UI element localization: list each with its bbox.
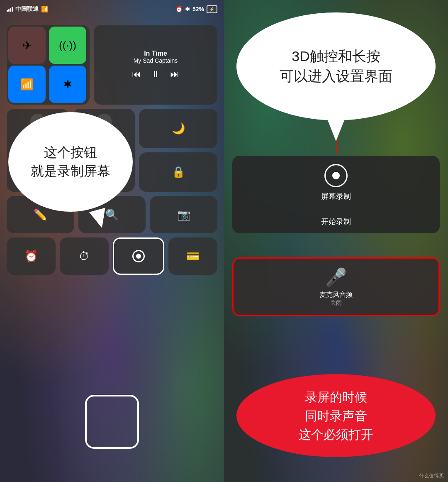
screen-record-label: 屏幕录制 [321, 191, 351, 201]
battery-icon: ⚡ [207, 5, 217, 13]
playback-controls: ⏮ ⏸ ⏭ [100, 69, 211, 80]
screen-record-button[interactable] [113, 237, 164, 275]
last-row: ⏰ ⏱ 💳 [7, 237, 217, 275]
timer-button[interactable]: ⏱ [60, 237, 109, 275]
status-bar: 中国联通 📶 ⏰ ✱ 52% ⚡ [0, 0, 224, 18]
wallet-button[interactable]: 💳 [168, 237, 217, 275]
cellular-icon: ((·)) [59, 39, 76, 52]
screen-record-start-button[interactable]: 开始录制 [232, 210, 440, 233]
bluetooth-icon: ✱ [185, 6, 190, 12]
signal-bar-3 [10, 8, 11, 12]
camera-icon: 📷 [177, 208, 190, 221]
notes-icon: ✏️ [34, 208, 47, 221]
track-title: In Time [100, 50, 211, 57]
watermark: 什么值得买 [419, 472, 444, 480]
speech-bubble-left: 这个按钮 就是录制屏幕 [8, 112, 133, 212]
status-right: ⏰ ✱ 52% ⚡ [175, 5, 217, 13]
screen-record-card-icon [324, 164, 348, 187]
signal-bars-icon [7, 7, 13, 12]
signal-bar-2 [8, 9, 10, 12]
mic-icon: 🎤 [325, 267, 347, 287]
circle-highlight [85, 395, 139, 449]
camera-button[interactable]: 📷 [150, 196, 217, 233]
airplane-icon: ✈ [22, 39, 32, 52]
wallet-icon: 💳 [186, 250, 200, 263]
wifi-button[interactable]: 📶 [8, 66, 46, 103]
battery-label: 52% [192, 6, 204, 12]
status-left: 中国联通 📶 [7, 5, 48, 13]
airplane-mode-button[interactable]: ✈ [8, 27, 46, 64]
left-panel: 中国联通 📶 ⏰ ✱ 52% ⚡ ✈ ((·)) 📶 [0, 0, 224, 482]
fast-forward-button[interactable]: ⏭ [170, 69, 179, 80]
mic-card[interactable]: 🎤 麦克风音频 关闭 [232, 257, 440, 316]
red-oval-bubble: 录屏的时候 同时录声音 这个必须打开 [236, 374, 436, 457]
signal-bar-1 [7, 10, 8, 12]
screen-record-main: 屏幕录制 [232, 156, 440, 210]
quick-buttons-col: 🌙 🔒 [139, 109, 217, 192]
bluetooth-btn-icon: ✱ [63, 78, 72, 90]
timer-icon: ⏱ [79, 250, 90, 263]
cellular-button[interactable]: ((·)) [49, 27, 86, 64]
now-playing-card: In Time My Sad Captains ⏮ ⏸ ⏭ [94, 25, 217, 105]
alarm-button[interactable]: ⏰ [7, 237, 56, 275]
screen-record-icon [132, 250, 145, 262]
signal-bar-4 [12, 7, 13, 12]
screen-record-card: 屏幕录制 开始录制 [232, 156, 440, 233]
mic-status: 关闭 [330, 299, 342, 307]
screen-record-inner-circle [332, 172, 340, 179]
carrier-label: 中国联通 [15, 5, 39, 13]
connectivity-grid: ✈ ((·)) 📶 ✱ [7, 25, 90, 105]
rotation-lock-button[interactable]: 🔒 [139, 152, 217, 192]
alarm-btn-icon: ⏰ [24, 250, 38, 263]
bluetooth-button[interactable]: ✱ [49, 66, 86, 103]
red-oval-text: 录屏的时候 同时录声音 这个必须打开 [299, 388, 373, 444]
track-artist: My Sad Captains [100, 57, 211, 64]
pause-button[interactable]: ⏸ [151, 69, 160, 80]
alarm-icon: ⏰ [175, 6, 183, 12]
mic-label: 麦克风音频 [319, 291, 353, 299]
rewind-button[interactable]: ⏮ [132, 69, 141, 80]
bubble-text-right: 3D触控和长按 可以进入设置界面 [280, 46, 392, 86]
top-row: ✈ ((·)) 📶 ✱ In Time My Sad Captains ⏮ ⏸ [7, 25, 217, 105]
do-not-disturb-button[interactable]: 🌙 [139, 109, 217, 148]
wifi-btn-icon: 📶 [20, 78, 34, 91]
right-panel: 3D触控和长按 可以进入设置界面 屏幕录制 开始录制 🎤 麦克风音频 关闭 录屏… [224, 0, 448, 482]
bubble-text-left: 这个按钮 就是录制屏幕 [31, 143, 110, 181]
wifi-icon: 📶 [41, 6, 48, 12]
speech-bubble-right: 3D触控和长按 可以进入设置界面 [236, 12, 436, 120]
